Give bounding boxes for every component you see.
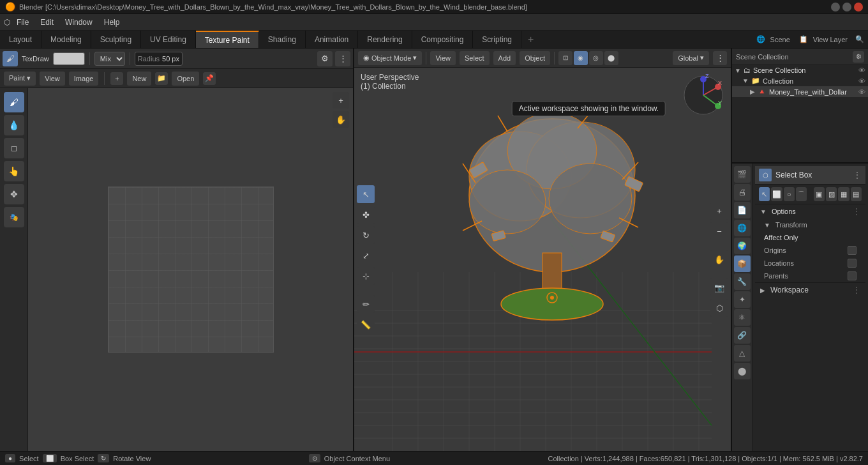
menu-file[interactable]: File	[11, 17, 34, 28]
brush-mode-button[interactable]: 🖌	[3, 51, 18, 66]
mesh-eye-icon[interactable]: 👁	[858, 88, 865, 96]
modifier-props-icon[interactable]: 🔧	[734, 273, 751, 290]
select-option3[interactable]: ▦	[838, 187, 849, 201]
material-props-icon[interactable]: ⬤	[734, 363, 751, 379]
physics-props-icon[interactable]: ⚛	[734, 309, 751, 326]
tab-scripting[interactable]: Scripting	[473, 31, 521, 48]
solid-button[interactable]: ◉	[574, 51, 588, 65]
tab-texture-paint[interactable]: Texture Paint	[196, 31, 259, 48]
radius-field[interactable]: Radius 50 px	[135, 52, 183, 66]
select-menu-button[interactable]: Select	[460, 51, 490, 65]
zoom-in-button[interactable]: +	[333, 92, 349, 109]
maximize-button[interactable]	[842, 3, 851, 11]
tab-modeling[interactable]: Modeling	[41, 31, 91, 48]
origins-checkbox[interactable]	[848, 246, 857, 255]
object-mode-button[interactable]: ◉ Object Mode ▾	[358, 51, 422, 65]
camera-view-button[interactable]: 📷	[710, 278, 728, 296]
eye-icon[interactable]: 👁	[858, 66, 865, 74]
coll-eye-icon[interactable]: 👁	[858, 77, 865, 85]
select-box-options-button[interactable]: ⋮	[853, 170, 862, 180]
select-option2[interactable]: ▨	[826, 187, 837, 201]
particles-props-icon[interactable]: ✦	[734, 291, 751, 308]
options-header[interactable]: ▼ Options ⋮	[755, 204, 865, 218]
add-workspace-button[interactable]: +	[521, 31, 540, 48]
fill-tool[interactable]: 💧	[4, 115, 24, 135]
minimize-button[interactable]	[831, 3, 840, 11]
erase-tool[interactable]: ◻	[4, 138, 24, 158]
tab-layout[interactable]: Layout	[0, 31, 41, 48]
tab-shading[interactable]: Shading	[259, 31, 306, 48]
box-select-mode[interactable]: ⬜	[771, 187, 782, 201]
add-menu-button[interactable]: Add	[493, 51, 516, 65]
more-button[interactable]: ⋮	[335, 51, 350, 66]
outliner-collection[interactable]: ▼ 📁 Collection 👁	[732, 75, 868, 86]
outliner-scene-collection[interactable]: ▼ 🗂 Scene Collection 👁	[732, 65, 868, 75]
transform-tool-button[interactable]: ⊹	[357, 267, 375, 285]
options-dots-button[interactable]: ⋮	[853, 207, 860, 216]
workspace-section[interactable]: ▶ Workspace ⋮	[755, 283, 865, 297]
view-menu-button[interactable]: View	[430, 51, 456, 65]
select-mode-set[interactable]: ↖	[759, 187, 770, 201]
world-props-icon[interactable]: 🌍	[734, 238, 751, 254]
search-icon[interactable]: 🔍	[855, 35, 864, 43]
zoom-out-vp-button[interactable]: −	[710, 222, 728, 240]
outliner-mesh-item[interactable]: ▶ 🔺 Money_Tree_with_Dollar 👁	[732, 86, 868, 97]
tab-uv-editing[interactable]: UV Editing	[141, 31, 196, 48]
tab-animation[interactable]: Animation	[306, 31, 358, 48]
hand-tool-button[interactable]: ✋	[333, 111, 349, 128]
tab-rendering[interactable]: Rendering	[358, 31, 412, 48]
material-button[interactable]: ◎	[589, 51, 603, 65]
menu-help[interactable]: Help	[99, 17, 125, 28]
move-tool-button[interactable]: ✤	[357, 206, 375, 224]
view-menu-button[interactable]: View	[40, 72, 65, 86]
rotate-tool-button[interactable]: ↻	[357, 226, 375, 244]
pan-button[interactable]: ✋	[710, 250, 728, 268]
scene-props-icon[interactable]: 🌐	[734, 220, 751, 236]
new-button[interactable]: New	[127, 72, 151, 86]
render-view-button[interactable]: ⬡	[710, 299, 728, 317]
render-props-icon[interactable]: 🎬	[734, 166, 751, 183]
draw-tool[interactable]: 🖌	[4, 92, 24, 112]
settings-button[interactable]: ⚙	[317, 51, 333, 66]
menu-window[interactable]: Window	[60, 17, 98, 28]
smear-tool[interactable]: 👆	[4, 161, 24, 181]
circle-select-mode[interactable]: ○	[784, 187, 795, 201]
wireframe-button[interactable]: ⊡	[558, 51, 572, 65]
lasso-select-mode[interactable]: ⌒	[796, 187, 807, 201]
constraints-props-icon[interactable]: 🔗	[734, 327, 751, 344]
workspace-dots-button[interactable]: ⋮	[853, 286, 860, 294]
open-button[interactable]: Open	[172, 72, 199, 86]
blend-mode-select[interactable]: Mix	[94, 52, 125, 66]
image-menu-button[interactable]: Image	[69, 72, 99, 86]
tab-compositing[interactable]: Compositing	[412, 31, 474, 48]
global-local-button[interactable]: Global ▾	[673, 51, 709, 65]
output-props-icon[interactable]: 🖨	[734, 184, 751, 201]
locations-checkbox[interactable]	[848, 259, 857, 268]
close-button[interactable]	[854, 3, 863, 11]
transform-header[interactable]: ▼ Transform	[755, 218, 865, 231]
parents-checkbox[interactable]	[848, 271, 857, 280]
paint-menu-button[interactable]: Paint ▾	[4, 72, 36, 86]
viewport-3d[interactable]: User Perspective (1) Collection Active w…	[354, 68, 731, 451]
object-props-icon[interactable]: 📦	[734, 255, 751, 272]
annotate-button[interactable]: ✏	[357, 295, 375, 313]
new-image-icon[interactable]: +	[110, 72, 123, 85]
select-option4[interactable]: ▤	[851, 187, 862, 201]
open-file-icon[interactable]: 📁	[155, 72, 168, 85]
tab-sculpting[interactable]: Sculpting	[91, 31, 141, 48]
data-props-icon[interactable]: △	[734, 345, 751, 362]
measure-button[interactable]: 📏	[357, 316, 375, 333]
color-picker[interactable]	[53, 52, 85, 65]
view-layer-props-icon[interactable]: 📄	[734, 202, 751, 218]
object-menu-button[interactable]: Object	[520, 51, 550, 65]
scale-tool-button[interactable]: ⤢	[357, 247, 375, 264]
select-option1[interactable]: ▣	[814, 187, 825, 201]
image-canvas[interactable]: + ✋	[28, 88, 353, 451]
clone-tool[interactable]: ✥	[4, 184, 24, 204]
viewport-settings-button[interactable]: ⋮	[713, 51, 727, 65]
menu-edit[interactable]: Edit	[35, 17, 59, 28]
outliner-filter-button[interactable]: ⚙	[853, 51, 864, 63]
mask-tool[interactable]: 🎭	[4, 207, 24, 227]
select-tool-button[interactable]: ↖	[357, 185, 375, 203]
rendered-button[interactable]: ⬤	[604, 51, 618, 65]
